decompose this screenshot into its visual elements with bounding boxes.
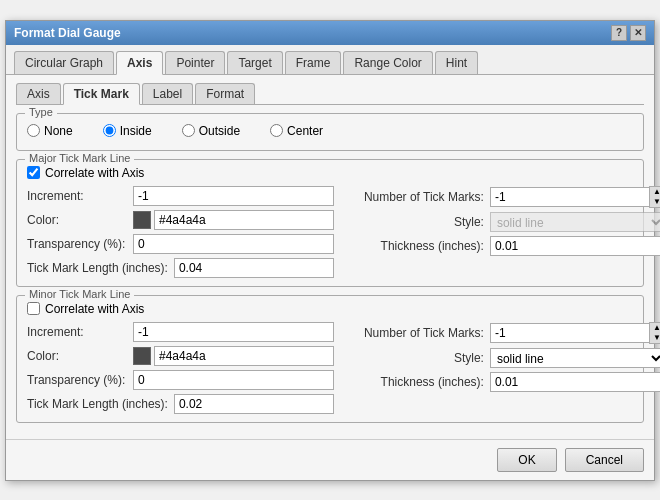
radio-inside[interactable]: Inside bbox=[103, 124, 152, 138]
close-button[interactable]: ✕ bbox=[630, 25, 646, 41]
minor-increment-input[interactable] bbox=[133, 322, 334, 342]
minor-color-swatch[interactable] bbox=[133, 347, 151, 365]
minor-style-row: Style: solid line bbox=[344, 348, 660, 368]
minor-correlate-label: Correlate with Axis bbox=[45, 302, 144, 316]
tab-axis[interactable]: Axis bbox=[116, 51, 163, 75]
tab-label[interactable]: Label bbox=[142, 83, 193, 104]
minor-thickness-label: Thickness (inches): bbox=[344, 375, 484, 389]
major-left-col: Increment: Color: Transparency (%): bbox=[27, 186, 334, 278]
minor-numticks-label: Number of Tick Marks: bbox=[344, 326, 484, 340]
tab-circular-graph[interactable]: Circular Graph bbox=[14, 51, 114, 74]
minor-numticks-input[interactable] bbox=[490, 323, 649, 343]
major-color-swatch[interactable] bbox=[133, 211, 151, 229]
major-numticks-input[interactable] bbox=[490, 187, 649, 207]
major-correlate-row: Correlate with Axis bbox=[27, 166, 633, 180]
major-tick-section: Major Tick Mark Line Correlate with Axis… bbox=[16, 159, 644, 287]
major-color-label: Color: bbox=[27, 213, 127, 227]
major-form-grid: Increment: Color: Transparency (%): bbox=[27, 186, 633, 278]
radio-center-label: Center bbox=[287, 124, 323, 138]
dialog-titlebar: Format Dial Gauge ? ✕ bbox=[6, 21, 654, 45]
minor-form-grid: Increment: Color: Transparency (%): bbox=[27, 322, 633, 414]
major-correlate-label: Correlate with Axis bbox=[45, 166, 144, 180]
minor-thickness-input[interactable] bbox=[490, 372, 660, 392]
inner-tab-bar: Axis Tick Mark Label Format bbox=[16, 83, 644, 105]
major-increment-label: Increment: bbox=[27, 189, 127, 203]
minor-tick-length-input[interactable] bbox=[174, 394, 334, 414]
major-thickness-label: Thickness (inches): bbox=[344, 239, 484, 253]
outer-tab-bar: Circular Graph Axis Pointer Target Frame… bbox=[6, 45, 654, 75]
cancel-button[interactable]: Cancel bbox=[565, 448, 644, 472]
minor-spinner-btns: ▲ ▼ bbox=[649, 322, 660, 344]
major-style-row: Style: solid line bbox=[344, 212, 660, 232]
minor-numticks-row: Number of Tick Marks: ▲ ▼ bbox=[344, 322, 660, 344]
major-transparency-input[interactable] bbox=[133, 234, 334, 254]
major-section-label: Major Tick Mark Line bbox=[25, 152, 134, 164]
major-color-row: Color: bbox=[27, 210, 334, 230]
radio-center-input[interactable] bbox=[270, 124, 283, 137]
radio-inside-input[interactable] bbox=[103, 124, 116, 137]
major-correlate-checkbox[interactable] bbox=[27, 166, 40, 179]
format-dial-gauge-dialog: Format Dial Gauge ? ✕ Circular Graph Axi… bbox=[5, 20, 655, 481]
major-increment-input[interactable] bbox=[133, 186, 334, 206]
minor-increment-label: Increment: bbox=[27, 325, 127, 339]
help-button[interactable]: ? bbox=[611, 25, 627, 41]
tab-target[interactable]: Target bbox=[227, 51, 282, 74]
radio-none-input[interactable] bbox=[27, 124, 40, 137]
minor-correlate-row: Correlate with Axis bbox=[27, 302, 633, 316]
type-radio-group: None Inside Outside Center bbox=[27, 120, 633, 142]
tab-tick-mark[interactable]: Tick Mark bbox=[63, 83, 140, 105]
major-color-input bbox=[133, 210, 334, 230]
minor-color-label: Color: bbox=[27, 349, 127, 363]
major-numticks-label: Number of Tick Marks: bbox=[344, 190, 484, 204]
minor-tick-length-label: Tick Mark Length (inches): bbox=[27, 397, 168, 411]
tab-range-color[interactable]: Range Color bbox=[343, 51, 432, 74]
minor-spinner-down[interactable]: ▼ bbox=[650, 333, 660, 343]
radio-none[interactable]: None bbox=[27, 124, 73, 138]
tab-pointer[interactable]: Pointer bbox=[165, 51, 225, 74]
minor-increment-row: Increment: bbox=[27, 322, 334, 342]
minor-color-text[interactable] bbox=[154, 346, 334, 366]
major-tick-length-row: Tick Mark Length (inches): bbox=[27, 258, 334, 278]
major-transparency-row: Transparency (%): bbox=[27, 234, 334, 254]
major-spinner-up[interactable]: ▲ bbox=[650, 187, 660, 197]
major-spinner-btns: ▲ ▼ bbox=[649, 186, 660, 208]
major-spinner-down[interactable]: ▼ bbox=[650, 197, 660, 207]
minor-left-col: Increment: Color: Transparency (%): bbox=[27, 322, 334, 414]
radio-center[interactable]: Center bbox=[270, 124, 323, 138]
radio-none-label: None bbox=[44, 124, 73, 138]
minor-tick-length-row: Tick Mark Length (inches): bbox=[27, 394, 334, 414]
major-thickness-input[interactable] bbox=[490, 236, 660, 256]
major-style-select[interactable]: solid line bbox=[490, 212, 660, 232]
major-tick-length-label: Tick Mark Length (inches): bbox=[27, 261, 168, 275]
major-right-col: Number of Tick Marks: ▲ ▼ Style: sol bbox=[344, 186, 660, 278]
radio-outside-input[interactable] bbox=[182, 124, 195, 137]
titlebar-buttons: ? ✕ bbox=[611, 25, 646, 41]
minor-spinner-up[interactable]: ▲ bbox=[650, 323, 660, 333]
ok-button[interactable]: OK bbox=[497, 448, 556, 472]
radio-outside-label: Outside bbox=[199, 124, 240, 138]
dialog-title: Format Dial Gauge bbox=[14, 26, 121, 40]
major-increment-row: Increment: bbox=[27, 186, 334, 206]
tab-hint[interactable]: Hint bbox=[435, 51, 478, 74]
type-section: Type None Inside Outside Center bbox=[16, 113, 644, 151]
minor-transparency-input[interactable] bbox=[133, 370, 334, 390]
major-numticks-spinner: ▲ ▼ bbox=[490, 186, 660, 208]
minor-section-label: Minor Tick Mark Line bbox=[25, 288, 134, 300]
major-numticks-row: Number of Tick Marks: ▲ ▼ bbox=[344, 186, 660, 208]
minor-style-select[interactable]: solid line bbox=[490, 348, 660, 368]
minor-thickness-row: Thickness (inches): bbox=[344, 372, 660, 392]
tab-format[interactable]: Format bbox=[195, 83, 255, 104]
minor-correlate-checkbox[interactable] bbox=[27, 302, 40, 315]
radio-outside[interactable]: Outside bbox=[182, 124, 240, 138]
dialog-content: Axis Tick Mark Label Format Type None In… bbox=[6, 75, 654, 439]
major-thickness-row: Thickness (inches): bbox=[344, 236, 660, 256]
tab-frame[interactable]: Frame bbox=[285, 51, 342, 74]
minor-right-col: Number of Tick Marks: ▲ ▼ Style: sol bbox=[344, 322, 660, 414]
major-color-text[interactable] bbox=[154, 210, 334, 230]
major-transparency-label: Transparency (%): bbox=[27, 237, 127, 251]
type-section-label: Type bbox=[25, 106, 57, 118]
tab-axis-inner[interactable]: Axis bbox=[16, 83, 61, 104]
minor-color-input bbox=[133, 346, 334, 366]
major-tick-length-input[interactable] bbox=[174, 258, 334, 278]
minor-numticks-spinner: ▲ ▼ bbox=[490, 322, 660, 344]
